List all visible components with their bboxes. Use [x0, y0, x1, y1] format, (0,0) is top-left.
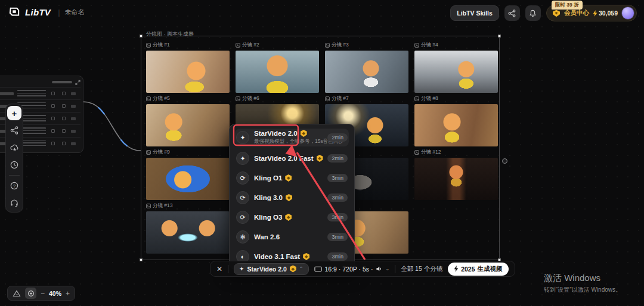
logo-text: LibTV — [25, 7, 51, 17]
script-panel-header — [0, 79, 80, 86]
image-icon — [146, 204, 151, 208]
fit-view-button[interactable] — [13, 290, 21, 297]
generate-video-button[interactable]: 2025 生成视频 — [448, 263, 508, 276]
share-button[interactable] — [504, 5, 520, 21]
star-icon: ✦ — [239, 266, 244, 272]
shot-image[interactable] — [414, 104, 498, 146]
shot-label: 分镜 #12 — [414, 149, 498, 156]
skills-button[interactable]: LibTV Skills — [450, 5, 499, 21]
model-name: Video 3.1 Fast — [254, 253, 300, 260]
share-flow-button[interactable] — [7, 123, 21, 138]
model-logo-icon: ✦ — [236, 152, 249, 165]
model-logo-icon: ⟳ — [236, 211, 249, 224]
script-row — [0, 87, 80, 99]
headset-icon — [10, 199, 18, 207]
storyboard-shot[interactable]: 分镜 #1 — [146, 42, 230, 95]
storyboard-shot[interactable]: 分镜 #8 — [414, 95, 498, 149]
chevron-down-icon: ⌄ — [385, 266, 389, 271]
notifications-button[interactable] — [525, 5, 541, 21]
format-selector[interactable]: 16:9 · 720P · 5s · ⌄ — [314, 266, 390, 273]
zoom-out-button[interactable]: − — [41, 289, 45, 298]
zoom-controls: − 40% + — [7, 286, 75, 301]
help-icon: ? — [10, 182, 18, 190]
sidebar-divider — [9, 175, 20, 176]
shot-image[interactable] — [146, 158, 230, 200]
shot-label: 分镜 #9 — [146, 149, 230, 156]
model-time-badge: 2min — [327, 133, 348, 142]
model-desc: 最强视频模型，全能参考，15s音画同步 — [254, 138, 323, 145]
storyboard-group-title: 分镜图 · 脚本生成器 — [146, 30, 194, 38]
model-time-badge: 3min — [327, 193, 348, 202]
model-name: Kling O3 — [254, 214, 282, 221]
add-node-button[interactable]: + — [7, 106, 21, 120]
image-icon — [146, 96, 151, 101]
selection-handle-tr[interactable] — [498, 35, 501, 38]
locate-button[interactable] — [25, 288, 36, 299]
shot-label: 分镜 #5 — [146, 95, 230, 102]
image-icon — [414, 150, 419, 155]
model-menu-list: ✦StarVideo 2.0◆最强视频模型，全能参考，15s音画同步2min✦S… — [235, 129, 349, 264]
clock-icon — [10, 161, 18, 169]
expand-icon[interactable] — [75, 80, 80, 85]
logo[interactable]: LibTV | 未命名 — [8, 7, 85, 17]
image-icon — [146, 43, 151, 48]
model-menu-item[interactable]: ✦StarVideo 2.0 Fast◆2min — [235, 151, 349, 166]
shot-image[interactable] — [325, 51, 408, 93]
zoom-in-button[interactable]: + — [66, 289, 70, 298]
output-port[interactable] — [502, 158, 507, 164]
selection-handle-tl[interactable] — [140, 35, 143, 38]
storyboard-shot[interactable]: 分镜 #4 — [414, 42, 498, 95]
model-menu-item[interactable]: ⟳Kling O3◆3min — [235, 210, 349, 225]
model-name: Kling 3.0 — [254, 194, 283, 201]
topbar: LibTV | 未命名 LibTV Skills 限时 — [0, 0, 644, 26]
help-button[interactable]: ? — [7, 179, 21, 193]
model-logo-icon: ✦ — [236, 131, 249, 144]
title-divider: | — [58, 8, 60, 17]
shot-image[interactable] — [414, 158, 498, 200]
shot-image[interactable] — [146, 211, 230, 254]
shot-image[interactable] — [146, 51, 230, 93]
selection-handle-bl[interactable] — [140, 258, 143, 261]
share-icon — [508, 10, 516, 17]
storyboard-shot[interactable]: 分镜 #5 — [146, 95, 230, 149]
assets-button[interactable] — [7, 140, 21, 155]
shot-label: 分镜 #6 — [236, 95, 319, 102]
shot-image[interactable] — [146, 104, 230, 146]
model-menu-item[interactable]: ✻Wan 2.63min — [235, 229, 349, 245]
document-title[interactable]: 未命名 — [65, 8, 85, 17]
member-center[interactable]: 限时 39 折 会员中心 30,059 — [546, 5, 637, 21]
image-icon — [236, 96, 240, 101]
storyboard-shot[interactable]: 分镜 #12 — [414, 149, 498, 202]
image-icon — [146, 150, 151, 155]
pro-badge-icon: ◆ — [317, 155, 323, 162]
shot-image[interactable] — [236, 51, 319, 93]
model-menu: ✦StarVideo 2.0◆最强视频模型，全能参考，15s音画同步2min✦S… — [229, 124, 355, 270]
support-button[interactable] — [7, 196, 21, 210]
bolt-icon — [593, 10, 597, 17]
model-menu-item[interactable]: ⟳Kling 3.0◆3min — [235, 190, 349, 205]
avatar[interactable] — [621, 7, 634, 20]
history-button[interactable] — [7, 158, 21, 172]
speaker-icon — [376, 266, 382, 272]
panel-title-placeholder — [52, 81, 72, 83]
storyboard-shot[interactable]: 分镜 #3 — [325, 42, 408, 95]
model-name: StarVideo 2.0 Fast — [254, 155, 314, 162]
libtv-logo-icon — [8, 7, 20, 17]
assets-cloud-icon — [10, 143, 19, 152]
pro-badge-icon: ◆ — [301, 130, 307, 137]
shot-image[interactable] — [414, 51, 498, 93]
pro-badge-icon: ◆ — [303, 253, 309, 260]
model-logo-icon: ⟳ — [236, 191, 249, 204]
model-menu-item[interactable]: ⟳Kling O1◆3min — [235, 170, 349, 186]
storyboard-shot[interactable]: 分镜 #13 — [146, 202, 230, 256]
toolbar-divider — [395, 265, 395, 273]
zoom-level[interactable]: 40% — [49, 290, 61, 297]
share-nodes-icon — [10, 126, 18, 135]
storyboard-shot[interactable]: 分镜 #2 — [236, 42, 319, 95]
storyboard-shot[interactable]: 分镜 #9 — [146, 149, 230, 202]
model-selector[interactable]: ✦ StarVideo 2.0 ◆ ⌃ — [234, 263, 308, 275]
image-icon — [236, 43, 240, 48]
shot-label: 分镜 #1 — [146, 42, 230, 49]
close-icon[interactable]: ✕ — [216, 265, 222, 273]
model-menu-item[interactable]: ✦StarVideo 2.0◆最强视频模型，全能参考，15s音画同步2min — [235, 129, 349, 146]
